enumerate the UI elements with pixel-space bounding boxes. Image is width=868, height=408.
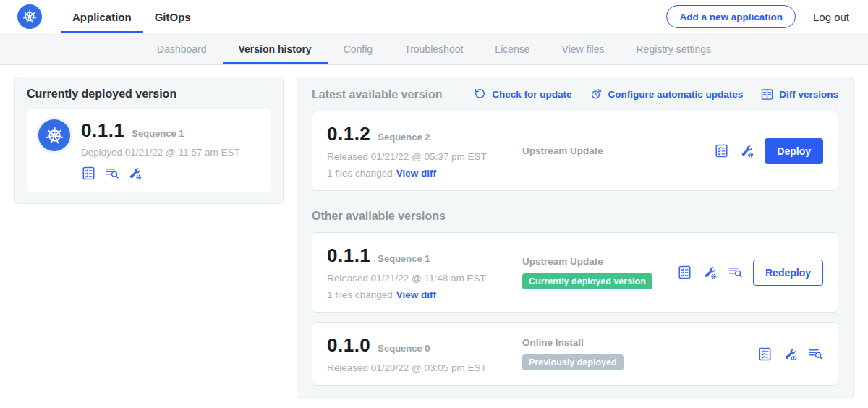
deployed-version-card: 0.1.1 Sequence 1 Deployed 01/21/22 @ 11:… bbox=[27, 109, 271, 192]
version-card-0-1-0: 0.1.0 Sequence 0 Released 01/20/22 @ 03:… bbox=[312, 322, 838, 386]
sequence-label: Sequence 1 bbox=[378, 253, 430, 264]
config-gear-icon[interactable] bbox=[127, 166, 142, 181]
released-timestamp: Released 01/20/22 @ 03:05 pm EST bbox=[327, 362, 514, 373]
view-config-icon[interactable] bbox=[783, 347, 798, 362]
deploy-logs-icon[interactable] bbox=[104, 166, 119, 181]
tab-troubleshoot[interactable]: Troubleshoot bbox=[388, 33, 479, 64]
deploy-button[interactable]: Deploy bbox=[765, 138, 823, 164]
version-number: 0.1.0 bbox=[327, 334, 370, 357]
version-history-panel: Latest available version Check for updat… bbox=[297, 77, 854, 399]
currently-deployed-title: Currently deployed version bbox=[27, 88, 271, 101]
add-application-button[interactable]: Add a new application bbox=[666, 5, 796, 28]
tab-gitops[interactable]: GitOps bbox=[143, 0, 203, 33]
latest-available-title: Latest available version bbox=[312, 88, 443, 101]
top-nav-right: Add a new application Log out bbox=[666, 0, 849, 33]
version-source-label: Online Install bbox=[522, 337, 757, 348]
sequence-label: Sequence 1 bbox=[132, 128, 184, 139]
version-source-label: Upstream Update bbox=[522, 256, 677, 267]
version-card-0-1-1: 0.1.1 Sequence 1 Released 01/21/22 @ 11:… bbox=[312, 232, 838, 313]
logout-button[interactable]: Log out bbox=[813, 11, 849, 23]
diff-icon bbox=[760, 88, 774, 101]
check-for-update-label: Check for update bbox=[492, 89, 571, 100]
tab-dashboard[interactable]: Dashboard bbox=[141, 33, 223, 64]
kubernetes-helm-icon bbox=[17, 4, 42, 29]
view-diff-link[interactable]: View diff bbox=[396, 289, 436, 300]
redeploy-button[interactable]: Redeploy bbox=[753, 260, 823, 286]
sequence-label: Sequence 2 bbox=[378, 132, 430, 143]
tab-config[interactable]: Config bbox=[328, 33, 388, 64]
currently-deployed-badge: Currently deployed version bbox=[522, 273, 652, 289]
deployed-version-info: 0.1.1 Sequence 1 Deployed 01/21/22 @ 11:… bbox=[81, 119, 240, 181]
released-timestamp: Released 01/21/22 @ 11:48 am EST bbox=[327, 273, 514, 284]
deployed-timestamp: Deployed 01/21/22 @ 11:57 am EST bbox=[81, 147, 240, 158]
app-logo[interactable] bbox=[17, 4, 42, 29]
currently-deployed-panel: Currently deployed version 0.1.1 Sequenc… bbox=[14, 77, 284, 204]
kubernetes-helm-icon bbox=[38, 119, 70, 151]
config-gear-icon[interactable] bbox=[702, 265, 718, 280]
previously-deployed-badge: Previously deployed bbox=[522, 354, 624, 370]
view-diff-link[interactable]: View diff bbox=[396, 168, 436, 179]
release-notes-icon[interactable] bbox=[81, 166, 96, 181]
tab-view-files[interactable]: View files bbox=[546, 33, 621, 64]
sub-nav: Dashboard Version history Config Trouble… bbox=[0, 33, 868, 65]
tab-registry-settings[interactable]: Registry settings bbox=[621, 33, 727, 64]
deploy-logs-icon[interactable] bbox=[808, 347, 823, 362]
configure-automatic-updates-link[interactable]: Configure automatic updates bbox=[589, 88, 743, 101]
release-notes-icon[interactable] bbox=[757, 347, 773, 362]
released-timestamp: Released 01/21/22 @ 05:37 pm EST bbox=[327, 151, 514, 162]
other-available-versions-title: Other available versions bbox=[312, 210, 838, 223]
deploy-logs-icon[interactable] bbox=[728, 265, 743, 280]
refresh-icon bbox=[473, 88, 487, 101]
config-gear-icon[interactable] bbox=[739, 143, 754, 158]
check-for-update-link[interactable]: Check for update bbox=[473, 88, 571, 101]
top-nav: Application GitOps Add a new application… bbox=[0, 0, 868, 33]
files-changed-label: 1 files changed bbox=[327, 168, 393, 179]
release-notes-icon[interactable] bbox=[677, 265, 692, 280]
clock-refresh-icon bbox=[589, 88, 603, 101]
version-card-0-1-2: 0.1.2 Sequence 2 Released 01/21/22 @ 05:… bbox=[312, 111, 838, 191]
version-source-label: Upstream Update bbox=[522, 145, 714, 156]
main-content: Currently deployed version 0.1.1 Sequenc… bbox=[0, 65, 868, 408]
files-changed-label: 1 files changed bbox=[327, 289, 393, 300]
sequence-label: Sequence 0 bbox=[378, 343, 430, 354]
version-number: 0.1.1 bbox=[327, 245, 370, 267]
tab-license[interactable]: License bbox=[479, 33, 545, 64]
diff-versions-label: Diff versions bbox=[779, 89, 838, 100]
release-notes-icon[interactable] bbox=[714, 143, 729, 158]
tab-version-history[interactable]: Version history bbox=[223, 33, 328, 64]
tab-application[interactable]: Application bbox=[61, 0, 143, 33]
configure-automatic-updates-label: Configure automatic updates bbox=[608, 89, 743, 100]
version-number: 0.1.2 bbox=[327, 123, 370, 145]
version-number: 0.1.1 bbox=[81, 119, 124, 142]
top-nav-tabs: Application GitOps bbox=[61, 0, 203, 33]
diff-versions-link[interactable]: Diff versions bbox=[760, 88, 838, 101]
